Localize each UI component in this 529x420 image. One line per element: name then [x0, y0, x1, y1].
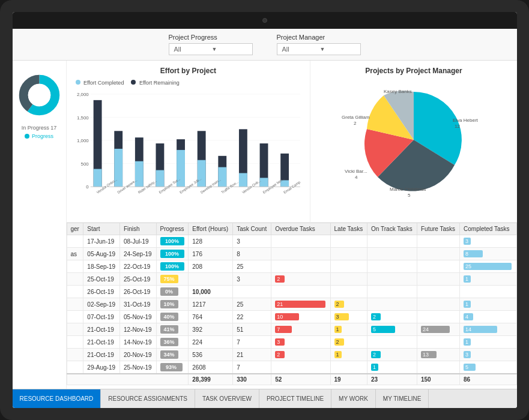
project-manager-filter: Project Manager All ▼ — [277, 34, 361, 55]
svg-text:Marco Christmas: Marco Christmas — [390, 187, 426, 192]
cell-late — [330, 361, 367, 374]
cell-overdue: 21 — [271, 298, 330, 311]
cell-future — [417, 248, 459, 260]
cell-future — [417, 273, 459, 286]
cell-task-count: 21 — [233, 349, 271, 361]
project-progress-select[interactable]: All ▼ — [169, 43, 253, 55]
svg-text:Vicki Bar...: Vicki Bar... — [345, 169, 367, 174]
cell-effort: 392 — [189, 323, 233, 336]
cell-task-count: 3 — [233, 235, 271, 248]
bar-chart-svg: 2,000 1,500 1,000 500 0 — [76, 89, 301, 203]
cell-manager — [67, 298, 83, 311]
cell-overdue: 10 — [271, 311, 330, 323]
cell-completed: 5 — [460, 361, 516, 374]
cell-on-track — [367, 298, 417, 311]
cell-overdue — [271, 286, 330, 298]
cell-task-count — [233, 286, 271, 298]
total-task-count: 330 — [233, 374, 271, 385]
cell-overdue — [271, 248, 330, 260]
cell-overdue — [271, 260, 330, 273]
tab-resource-dashboard[interactable]: RESOURCE DASHBOARD — [13, 389, 101, 408]
total-row: 28,399 330 52 19 23 150 86 — [67, 374, 516, 385]
cell-future — [417, 361, 459, 374]
cell-late: 2 — [330, 298, 367, 311]
data-table: ger Start Finish Progress Effort (Hours)… — [67, 223, 517, 385]
table-area[interactable]: ger Start Finish Progress Effort (Hours)… — [67, 223, 517, 389]
cell-manager — [67, 336, 83, 349]
cell-progress: 41% — [156, 323, 189, 336]
svg-text:500: 500 — [80, 161, 89, 167]
col-effort: Effort (Hours) — [189, 223, 233, 235]
tab-my-timeline[interactable]: MY TIMELINE — [376, 389, 429, 408]
cell-task-count: 3 — [233, 273, 271, 286]
cell-start: 25-Oct-19 — [83, 273, 120, 286]
cell-completed: 4 — [460, 311, 516, 323]
cell-start: 21-Oct-19 — [83, 349, 120, 361]
svg-text:1,000: 1,000 — [76, 138, 88, 143]
cell-start: 26-Oct-19 — [83, 286, 120, 298]
table-row: 07-Oct-19 05-Nov-19 40% 764 22 10 3 2 4 — [67, 311, 516, 323]
chevron-down-icon: ▼ — [212, 46, 247, 52]
cell-progress: 75% — [156, 273, 189, 286]
cell-task-count: 8 — [233, 248, 271, 260]
cell-progress: 34% — [156, 349, 189, 361]
cell-progress: 93% — [156, 361, 189, 374]
cell-overdue: 3 — [271, 336, 330, 349]
cell-future — [417, 298, 459, 311]
col-future: Future Tasks — [417, 223, 459, 235]
effort-by-project-panel: Effort by Project Effort Completed Effor… — [67, 61, 311, 222]
cell-task-count: 25 — [233, 298, 271, 311]
total-effort: 28,399 — [189, 374, 233, 385]
cell-manager — [67, 361, 83, 374]
tab-project-timeline[interactable]: PROJECT TIMELINE — [259, 389, 331, 408]
total-late: 19 — [330, 374, 367, 385]
cell-future: 13 — [417, 349, 459, 361]
cell-task-count: 51 — [233, 323, 271, 336]
project-manager-select[interactable]: All ▼ — [277, 43, 361, 55]
effort-chart-title: Effort by Project — [76, 67, 301, 75]
table-row: 25-Oct-19 25-Oct-19 75% 3 2 1 — [67, 273, 516, 286]
cell-finish: 26-Oct-19 — [119, 286, 156, 298]
cell-late — [330, 286, 367, 298]
tab-my-work[interactable]: MY WORK — [331, 389, 376, 408]
col-finish: Finish — [119, 223, 156, 235]
filter-bar: Project Progress All ▼ Project Manager A… — [13, 29, 517, 61]
cell-task-count: 25 — [233, 260, 271, 273]
svg-text:2: 2 — [354, 121, 357, 126]
tab-task-overview[interactable]: TASK OVERVIEW — [195, 389, 259, 408]
cell-late — [330, 273, 367, 286]
cell-finish: 08-Jul-19 — [119, 235, 156, 248]
svg-rect-20 — [156, 170, 164, 187]
cell-on-track: 1 — [367, 361, 417, 374]
table-row: 29-Aug-19 25-Nov-19 93% 2608 7 1 5 — [67, 361, 516, 374]
svg-rect-14 — [93, 169, 101, 187]
cell-overdue — [271, 235, 330, 248]
cell-effort: 128 — [189, 235, 233, 248]
cell-completed: 3 — [460, 349, 516, 361]
main-content: In Progress 17 Progress Effort by Projec… — [13, 61, 517, 389]
total-on-track: 23 — [367, 374, 417, 385]
completed-dot — [76, 80, 80, 85]
col-late: Late Tasks — [330, 223, 367, 235]
tab-resource-assignments[interactable]: RESOURCE ASSIGNMENTS — [101, 389, 195, 408]
table-row: 18-Sep-19 22-Oct-19 100% 208 25 25 — [67, 260, 516, 273]
cell-start: 07-Oct-19 — [83, 311, 120, 323]
table-row: 17-Jun-19 08-Jul-19 100% 128 3 3 — [67, 235, 516, 248]
cell-manager — [67, 349, 83, 361]
cell-overdue — [271, 361, 330, 374]
svg-rect-30 — [259, 178, 268, 187]
cell-start: 02-Sep-19 — [83, 298, 120, 311]
cell-progress: 10% — [156, 298, 189, 311]
cell-effort: 764 — [189, 311, 233, 323]
legend-remaining: Effort Remaining — [131, 80, 179, 86]
cell-finish: 14-Nov-19 — [119, 336, 156, 349]
screen: Project Progress All ▼ Project Manager A… — [13, 12, 517, 408]
cell-manager — [67, 323, 83, 336]
cell-future — [417, 235, 459, 248]
cell-start: 18-Sep-19 — [83, 260, 120, 273]
cell-manager — [67, 273, 83, 286]
cell-effort: 536 — [189, 349, 233, 361]
cell-task-count: 7 — [233, 361, 271, 374]
cell-finish: 31-Oct-19 — [119, 298, 156, 311]
cell-effort: 2608 — [189, 361, 233, 374]
